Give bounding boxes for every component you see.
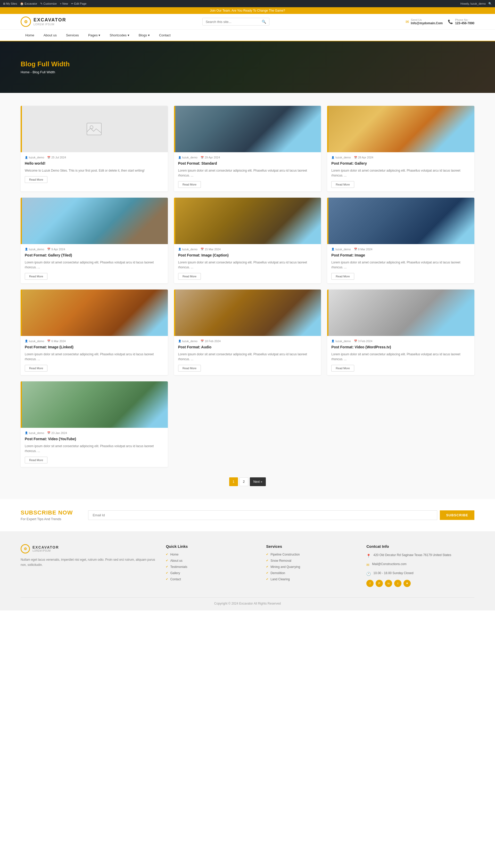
- footer-service-mining[interactable]: ✔Mining and Quarrying: [266, 565, 356, 569]
- date-value: 18 Feb 2024: [205, 340, 221, 343]
- email-input[interactable]: [88, 510, 437, 520]
- author-name: luzuk_demo: [29, 340, 44, 343]
- check-icon: ✔: [266, 553, 268, 556]
- header-contact: ✉ Send Us Info@mydomain.Com 📞 Phone No :…: [406, 18, 474, 25]
- search-input[interactable]: [206, 20, 262, 24]
- user-icon: 👤: [331, 248, 335, 250]
- breadcrumb: Home - Blog Full Width: [21, 70, 70, 74]
- page-btn-2[interactable]: 2: [239, 477, 248, 486]
- email-icon: ✉: [406, 19, 409, 24]
- admin-search-icon[interactable]: 🔍: [488, 2, 492, 5]
- email-contact: ✉ Send Us Info@mydomain.Com: [406, 18, 443, 25]
- nav-item-contact[interactable]: Contact: [154, 30, 175, 41]
- logo-icon: ⚙: [21, 17, 31, 27]
- subscribe-button[interactable]: SUBSCRIBE: [440, 510, 474, 520]
- main-nav: Home About us Services Pages ▾ Shortcode…: [0, 30, 495, 41]
- logo[interactable]: ⚙ EXCAVATOR LOREM IPSUM: [21, 17, 66, 27]
- author-name: luzuk_demo: [182, 156, 198, 159]
- read-more-button[interactable]: Read More: [25, 176, 48, 183]
- check-icon: ✔: [266, 559, 268, 562]
- read-more-button[interactable]: Read More: [25, 457, 48, 463]
- footer-link-gallery[interactable]: ✔Gallery: [166, 571, 256, 575]
- check-icon: ✔: [166, 559, 168, 562]
- card-date: 📅 28 Apr 2024: [354, 156, 373, 159]
- social-linkedin[interactable]: in: [385, 580, 392, 587]
- search-box[interactable]: 🔍: [202, 18, 269, 26]
- user-icon: 👤: [25, 248, 28, 250]
- footer-social: f P in t ★: [366, 580, 474, 587]
- admin-user: Howdy, luzuk_demo: [460, 2, 486, 5]
- footer-services-title: Services: [266, 544, 356, 548]
- location-icon: 📍: [366, 553, 371, 559]
- read-more-button[interactable]: Read More: [331, 273, 354, 280]
- blog-card: 👤 luzuk_demo 📅 6 Mar 2024 Post Format: I…: [21, 290, 168, 375]
- footer-service-pipeline[interactable]: ✔Pipeline Construction: [266, 553, 356, 556]
- card-meta: 👤 luzuk_demo 📅 9 Apr 2024: [25, 248, 164, 251]
- nav-item-services[interactable]: Services: [61, 30, 84, 41]
- author-name: luzuk_demo: [336, 248, 351, 251]
- footer-quick-links: Quick Links ✔Home ✔About us ✔Testimonial…: [166, 544, 256, 587]
- social-star[interactable]: ★: [404, 580, 411, 587]
- card-meta: 👤 luzuk_demo 📅 15 Mar 2024: [178, 248, 317, 251]
- subscribe-section: SUBSCRIBE NOW For Expert Tips And Trends…: [0, 499, 495, 531]
- footer-link-about[interactable]: ✔About us: [166, 559, 256, 562]
- date-value: 15 Mar 2024: [205, 248, 221, 251]
- admin-edit-page[interactable]: ✏ Edit Page: [71, 2, 87, 5]
- nav-item-shortcodes[interactable]: Shortcodes ▾: [105, 30, 134, 41]
- footer-service-demolition[interactable]: ✔Demolition: [266, 571, 356, 575]
- search-icon[interactable]: 🔍: [262, 20, 266, 24]
- read-more-button[interactable]: Read More: [331, 365, 354, 372]
- check-icon: ✔: [166, 571, 168, 575]
- social-twitter[interactable]: t: [394, 580, 402, 587]
- blog-card: 👤 luzuk_demo 📅 8 Mar 2024 Post Format: I…: [327, 198, 474, 283]
- nav-item-about[interactable]: About us: [39, 30, 61, 41]
- footer-service-land[interactable]: ✔Land Clearing: [266, 577, 356, 581]
- admin-customize[interactable]: ✎ Customize: [40, 2, 57, 5]
- date-value: 3 Feb 2024: [358, 340, 373, 343]
- footer-link-testimonials[interactable]: ✔Testimonials: [166, 565, 256, 569]
- footer-service-snow[interactable]: ✔Snow Removal: [266, 559, 356, 562]
- blog-card: 👤 luzuk_demo 📅 18 Feb 2024 Post Format: …: [174, 290, 321, 375]
- card-meta: 👤 luzuk_demo 📅 28 Apr 2024: [331, 156, 470, 159]
- footer-link-home[interactable]: ✔Home: [166, 553, 256, 556]
- blog-section: 👤 luzuk_demo 📅 25 Jul 2024 Hello world! …: [0, 93, 495, 499]
- card-date: 📅 15 Mar 2024: [201, 248, 221, 251]
- read-more-button[interactable]: Read More: [178, 365, 201, 372]
- date-value: 6 Mar 2024: [51, 340, 66, 343]
- card-body: 👤 luzuk_demo 📅 6 Mar 2024 Post Format: I…: [21, 336, 168, 375]
- social-facebook[interactable]: f: [366, 580, 374, 587]
- phone-contact: 📞 Phone No : 123-456-7890: [448, 18, 474, 25]
- card-body: 👤 luzuk_demo 📅 8 Mar 2024 Post Format: I…: [327, 244, 474, 283]
- blog-card: 👤 luzuk_demo 📅 28 Apr 2024 Post Format: …: [327, 106, 474, 192]
- calendar-icon: 📅: [201, 156, 204, 159]
- nav-item-home[interactable]: Home: [21, 30, 39, 41]
- card-title: Post Format: Video (YouTube): [25, 437, 164, 442]
- read-more-button[interactable]: Read More: [178, 181, 201, 188]
- social-pinterest[interactable]: P: [376, 580, 383, 587]
- page-btn-next[interactable]: Next »: [250, 477, 266, 486]
- read-more-button[interactable]: Read More: [178, 273, 201, 280]
- read-more-button[interactable]: Read More: [331, 181, 354, 188]
- admin-bar-left: ⊞ My Sites 🏠 Excavator ✎ Customize + New…: [3, 2, 87, 5]
- author-name: luzuk_demo: [29, 431, 44, 435]
- nav-item-blogs[interactable]: Blogs ▾: [134, 30, 154, 41]
- nav-item-pages[interactable]: Pages ▾: [84, 30, 105, 41]
- blog-card: 👤 luzuk_demo 📅 29 Apr 2024 Post Format: …: [174, 106, 321, 192]
- card-body: 👤 luzuk_demo 📅 9 Apr 2024 Post Format: G…: [21, 244, 168, 283]
- read-more-button[interactable]: Read More: [25, 273, 48, 280]
- card-meta: 👤 luzuk_demo 📅 23 Jan 2024: [25, 431, 164, 435]
- admin-excavator[interactable]: 🏠 Excavator: [20, 2, 37, 5]
- card-title: Post Format: Image: [331, 253, 470, 258]
- admin-sites[interactable]: ⊞ My Sites: [3, 2, 17, 5]
- card-date: 📅 29 Apr 2024: [201, 156, 220, 159]
- footer-link-contact[interactable]: ✔Contact: [166, 577, 256, 581]
- email-label: Send Us: [411, 18, 443, 21]
- read-more-button[interactable]: Read More: [25, 365, 48, 372]
- date-value: 29 Apr 2024: [205, 156, 220, 159]
- admin-new[interactable]: + New: [60, 2, 68, 5]
- blog-card: 👤 luzuk_demo 📅 9 Apr 2024 Post Format: G…: [21, 198, 168, 283]
- card-author: 👤 luzuk_demo: [178, 156, 198, 159]
- page-btn-1[interactable]: 1: [229, 477, 238, 486]
- card-date: 📅 18 Feb 2024: [201, 340, 221, 343]
- footer-contact-info: Contcat Info 📍 420 Old Decatur Rd Sagina…: [366, 544, 474, 587]
